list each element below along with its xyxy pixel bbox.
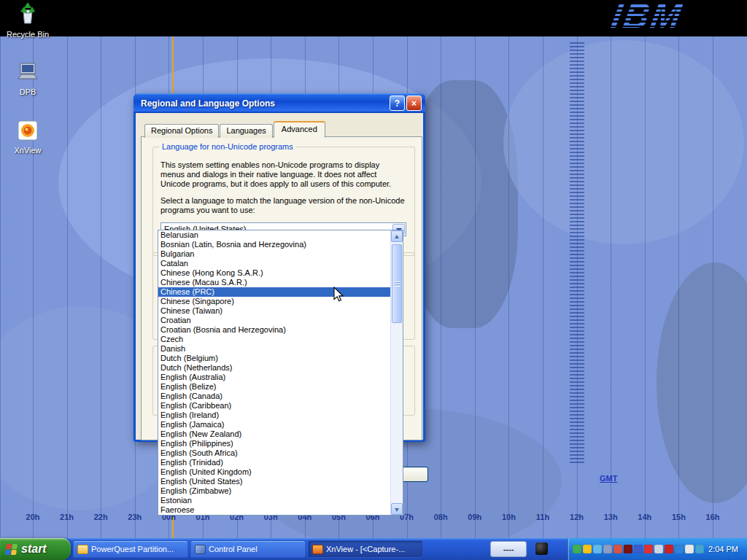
language-option[interactable]: English (Belize)	[158, 382, 390, 392]
language-option[interactable]: Dutch (Belgium)	[158, 354, 390, 363]
language-option[interactable]: English (United States)	[158, 477, 390, 486]
start-button[interactable]: start	[0, 538, 71, 560]
tray-icon[interactable]	[634, 545, 643, 553]
tray-icon[interactable]	[654, 545, 663, 553]
hour-label: 21h	[60, 513, 74, 521]
language-option[interactable]: English (New Zealand)	[158, 429, 390, 439]
top-band: IBM	[0, 0, 747, 36]
start-button-label: start	[21, 542, 47, 556]
windows-flag-icon	[5, 544, 18, 555]
taskbar-buttons: PowerQuest Partition...Control PanelXnVi…	[73, 540, 423, 558]
language-option[interactable]: Croatian (Bosnia and Herzegovina)	[158, 325, 390, 335]
tray-icon[interactable]	[603, 545, 612, 553]
language-option[interactable]: Bosnian (Latin, Bosnia and Herzegovina)	[158, 240, 390, 249]
laptop-icon	[15, 61, 40, 86]
recycle-bin-desktop-icon[interactable]: Recycle Bin	[4, 2, 51, 39]
hour-label: 08h	[434, 513, 448, 521]
tab-advanced[interactable]: Advanced	[274, 121, 325, 138]
tray-icon[interactable]	[644, 545, 653, 553]
language-option[interactable]: English (United Kingdom)	[158, 467, 390, 477]
tray-icon[interactable]	[573, 545, 581, 553]
groupbox-caption: Language for non-Unicode programs	[159, 142, 296, 151]
tray-icon[interactable]	[593, 545, 602, 553]
close-button[interactable]: ×	[406, 96, 422, 111]
help-button[interactable]: ?	[390, 96, 405, 111]
hour-label: 11h	[536, 513, 549, 521]
language-option[interactable]: English (South Africa)	[158, 448, 390, 458]
scroll-up-arrow-icon[interactable]	[391, 230, 403, 242]
xnview-icon	[17, 120, 39, 144]
tab-regional-options[interactable]: Regional Options	[144, 124, 219, 138]
hour-label: 22h	[94, 513, 108, 521]
tray-icon[interactable]	[685, 545, 694, 553]
xnview-desktop-icon[interactable]: XnView	[4, 120, 51, 155]
mouse-cursor-icon	[333, 287, 344, 306]
hour-label: 14h	[638, 513, 651, 521]
taskbar-button[interactable]: Control Panel	[190, 540, 306, 558]
language-option[interactable]: English (Ireland)	[158, 411, 390, 420]
hour-label: 13h	[604, 513, 618, 521]
tray-icon[interactable]	[665, 545, 673, 553]
folder-icon	[77, 545, 88, 554]
hour-label: 09h	[468, 513, 481, 521]
window-titlebar[interactable]: Regional and Language Options ? ×	[133, 93, 425, 113]
language-option[interactable]: English (Australia)	[158, 373, 390, 382]
tray-icon[interactable]	[614, 545, 622, 553]
instruction-text: Select a language to match the language …	[160, 196, 406, 215]
xnview-icon	[312, 545, 323, 554]
language-option[interactable]: Bulgarian	[158, 249, 390, 259]
gmt-label: GMT	[600, 474, 617, 483]
language-option[interactable]: English (Zimbabwe)	[158, 486, 390, 496]
language-option[interactable]: Faeroese	[158, 505, 390, 515]
language-option[interactable]: Chinese (Hong Kong S.A.R.)	[158, 268, 390, 278]
control-panel-icon	[195, 545, 206, 554]
tray-icon[interactable]	[583, 545, 592, 553]
recycle-bin-label: Recycle Bin	[4, 30, 51, 39]
taskbar-button[interactable]: PowerQuest Partition...	[73, 540, 188, 558]
scrollbar[interactable]	[390, 230, 403, 515]
clock[interactable]: 2:04 PM	[708, 545, 747, 553]
language-option[interactable]: Chinese (Macau S.A.R.)	[158, 278, 390, 287]
scrollbar-thumb[interactable]	[392, 244, 402, 323]
separator-taskbar-button[interactable]: ----	[490, 541, 527, 557]
language-option[interactable]: Chinese (Taiwan)	[158, 306, 390, 316]
taskbar-button-label: PowerQuest Partition...	[91, 545, 174, 553]
tab-languages[interactable]: Languages	[220, 124, 272, 138]
language-option[interactable]: Croatian	[158, 316, 390, 325]
dpb-desktop-icon[interactable]: DPB	[4, 61, 51, 96]
tab-strip: Regional OptionsLanguagesAdvanced	[144, 120, 326, 137]
hour-label: 20h	[26, 513, 40, 521]
tray-icon[interactable]	[695, 545, 704, 553]
language-option[interactable]: Dutch (Netherlands)	[158, 363, 390, 373]
hour-label: 12h	[570, 513, 584, 521]
taskbar-button-label: Control Panel	[209, 545, 258, 553]
language-option[interactable]: English (Canada)	[158, 392, 390, 401]
language-option[interactable]: English (Philippines)	[158, 439, 390, 448]
hour-label: 23h	[128, 513, 142, 521]
language-option[interactable]: Danish	[158, 344, 390, 354]
taskbar-button-label: XnView - [<Capture-...	[326, 545, 405, 553]
taskbar-app-icon[interactable]	[535, 542, 548, 555]
dpb-label: DPB	[4, 88, 51, 96]
system-tray: 2:04 PM	[568, 538, 747, 560]
language-option[interactable]: Estonian	[158, 496, 390, 505]
language-option[interactable]: English (Trinidad)	[158, 458, 390, 467]
xnview-label: XnView	[4, 146, 51, 155]
hour-label: 16h	[706, 513, 720, 521]
language-option[interactable]: Catalan	[158, 259, 390, 268]
tray-icons	[573, 545, 708, 553]
recycle-bin-icon	[17, 2, 39, 28]
language-option[interactable]: Chinese (PRC)	[158, 287, 390, 297]
language-option[interactable]: Czech	[158, 335, 390, 344]
tray-icon[interactable]	[675, 545, 684, 553]
language-option[interactable]: English (Caribbean)	[158, 401, 390, 411]
scroll-down-arrow-icon[interactable]	[391, 503, 403, 515]
tray-icon[interactable]	[624, 545, 632, 553]
hour-label: 10h	[502, 513, 516, 521]
language-option[interactable]: Belarusian	[158, 230, 390, 240]
taskbar-button[interactable]: XnView - [<Capture-...	[308, 540, 423, 558]
language-option[interactable]: Chinese (Singapore)	[158, 297, 390, 306]
language-dropdown-list: BelarusianBosnian (Latin, Bosnia and Her…	[158, 230, 403, 516]
description-text: This system setting enables non-Unicode …	[160, 160, 406, 189]
language-option[interactable]: English (Jamaica)	[158, 420, 390, 429]
